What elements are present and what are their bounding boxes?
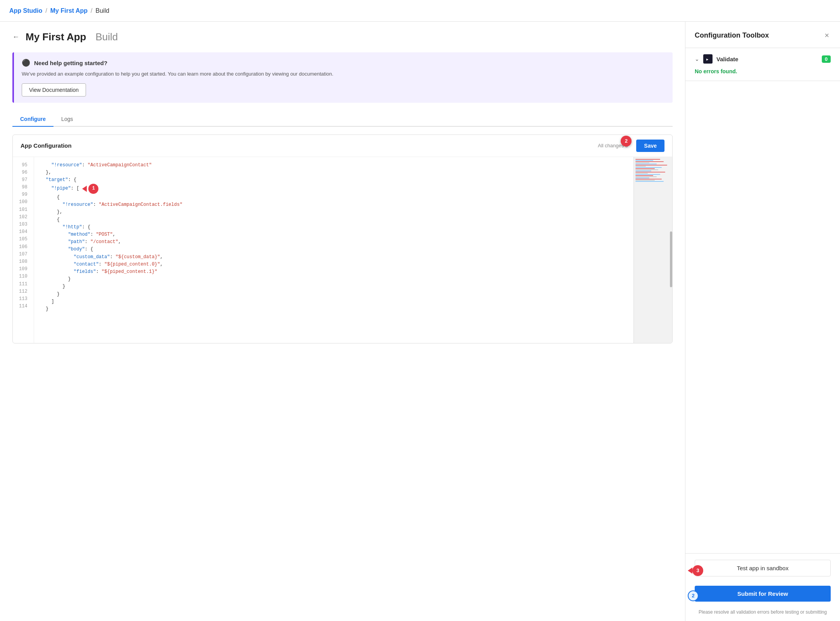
step-2-submit-badge: 2 [688,590,699,601]
validate-icon: ▶ [703,54,713,64]
code-line-108: "contact": "${piped_content.0}", [40,261,666,268]
code-line-104: "method": "POST", [40,231,666,238]
breadcrumb-my-first-app[interactable]: My First App [50,7,88,14]
main-layout: ← My First App Build ⚫ Need help getting… [0,22,840,621]
code-line-100: "!resource": "ActiveCampaignContact.fiel… [40,201,666,209]
validate-section: ⌄ ▶ Validate 0 No errors found. [685,48,840,81]
code-line-113: ] [40,298,666,305]
code-line-102: { [40,216,666,224]
tab-logs[interactable]: Logs [53,112,81,127]
toolbox-bottom: 3 Test app in sandbox 2 Submit for Revie… [685,553,840,621]
chevron-down-icon[interactable]: ⌄ [695,56,699,62]
validate-label: Validate [716,56,818,62]
code-line-103: "!http": { [40,224,666,231]
toolbox-spacer [685,81,840,553]
code-line-114: } [40,305,666,313]
code-line-105: "path": "/contact", [40,238,666,246]
step-1-badge: 1 [88,184,98,194]
minimap-lines [634,157,672,184]
code-line-109: "fields": "${piped_content.1}" [40,268,666,276]
code-line-112: } [40,291,666,298]
code-panel-title: App Configuration [21,142,72,149]
code-line-97: "target": { [40,176,666,184]
submit-review-button[interactable]: Submit for Review [695,586,831,602]
top-nav: App Studio / My First App / Build [0,0,840,22]
code-content[interactable]: "!resource": "ActiveCampaignContact" }, … [34,157,672,343]
save-button[interactable]: Save [636,140,664,152]
line-numbers: 95 96 97 98 99 100 101 102 103 104 105 1… [13,157,34,343]
breadcrumb-app-studio[interactable]: App Studio [9,7,42,14]
tab-configure[interactable]: Configure [12,112,53,127]
page-header: ← My First App Build [12,31,673,43]
lightbulb-icon: ⚫ [22,59,30,67]
toolbox-title: Configuration Toolbox [695,31,769,40]
help-banner-title: Need help getting started? [34,60,107,66]
minimap [633,157,672,343]
page-subtitle: Build [95,31,118,43]
validate-section-header: ⌄ ▶ Validate 0 [695,54,831,64]
breadcrumb-separator-2: / [91,7,92,14]
minimap-scrollbar[interactable] [670,231,672,287]
back-arrow[interactable]: ← [12,33,19,41]
code-line-95: "!resource": "ActiveCampaignContact" [40,162,666,169]
code-panel: App Configuration All changes s 2 Save 9… [12,135,673,343]
code-line-99: { [40,194,666,201]
step-2-badge: 2 [621,136,632,147]
toolbox-header: Configuration Toolbox × [685,22,840,48]
page-title: My First App [26,31,86,43]
code-line-101: }, [40,209,666,216]
code-editor[interactable]: 95 96 97 98 99 100 101 102 103 104 105 1… [13,157,672,343]
code-line-110: } [40,276,666,283]
left-panel: ← My First App Build ⚫ Need help getting… [0,22,685,621]
code-line-107: "custom_data": "${custom_data}", [40,254,666,261]
code-panel-header: App Configuration All changes s 2 Save [13,135,672,157]
code-line-96: }, [40,169,666,176]
help-banner-header: ⚫ Need help getting started? [22,59,665,67]
error-count-badge: 0 [822,55,831,63]
step-3-badge: 3 [692,565,703,576]
resolve-text: Please resolve all validation errors bef… [695,609,831,615]
test-sandbox-container: 3 Test app in sandbox [695,560,831,581]
code-line-111: } [40,283,666,290]
svg-text:▶: ▶ [706,57,709,61]
breadcrumb-separator-1: / [45,7,47,14]
help-banner-text: We've provided an example configuration … [22,70,665,78]
right-panel: Configuration Toolbox × ⌄ ▶ Validate 0 N… [685,22,840,621]
view-documentation-button[interactable]: View Documentation [22,83,86,97]
test-sandbox-button[interactable]: Test app in sandbox [695,560,831,576]
tabs: Configure Logs [12,112,673,127]
code-line-98: "!pipe": [ 1 [40,184,666,194]
no-errors-text: No errors found. [695,68,831,74]
submit-review-container: 2 Submit for Review [695,586,831,605]
code-line-106: "body": { [40,246,666,253]
help-banner: ⚫ Need help getting started? We've provi… [12,52,673,103]
close-button[interactable]: × [823,29,831,41]
breadcrumb-current: Build [96,7,110,14]
